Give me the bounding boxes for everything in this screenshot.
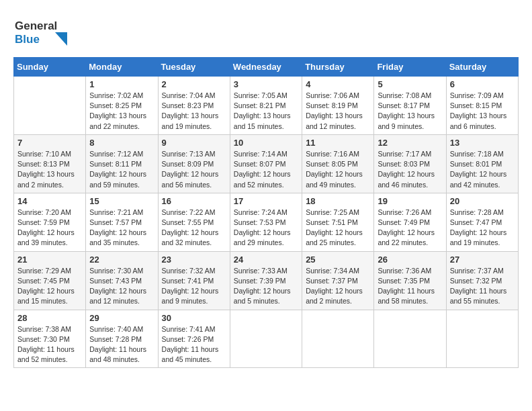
calendar-cell: 8Sunrise: 7:12 AMSunset: 8:11 PMDaylight… xyxy=(86,134,158,193)
calendar-cell: 26Sunrise: 7:36 AMSunset: 7:35 PMDayligh… xyxy=(374,251,446,310)
calendar-cell: 27Sunrise: 7:37 AMSunset: 7:32 PMDayligh… xyxy=(446,251,518,310)
day-number: 26 xyxy=(378,255,442,265)
calendar-cell: 25Sunrise: 7:34 AMSunset: 7:37 PMDayligh… xyxy=(302,251,374,310)
calendar-day-header: Saturday xyxy=(446,58,518,77)
calendar-week-row: 1Sunrise: 7:02 AMSunset: 8:25 PMDaylight… xyxy=(14,77,519,135)
calendar-cell: 16Sunrise: 7:22 AMSunset: 7:55 PMDayligh… xyxy=(158,193,230,251)
day-number: 5 xyxy=(378,79,442,89)
cell-content: Sunrise: 7:28 AMSunset: 7:47 PMDaylight:… xyxy=(450,208,515,248)
calendar-cell: 23Sunrise: 7:32 AMSunset: 7:41 PMDayligh… xyxy=(158,251,230,310)
calendar-week-row: 21Sunrise: 7:29 AMSunset: 7:45 PMDayligh… xyxy=(14,251,519,310)
cell-content: Sunrise: 7:06 AMSunset: 8:19 PMDaylight:… xyxy=(306,91,370,132)
cell-content: Sunrise: 7:36 AMSunset: 7:35 PMDaylight:… xyxy=(378,266,442,307)
cell-content: Sunrise: 7:34 AMSunset: 7:37 PMDaylight:… xyxy=(306,266,370,307)
calendar-cell: 5Sunrise: 7:08 AMSunset: 8:17 PMDaylight… xyxy=(374,77,446,135)
cell-content: Sunrise: 7:33 AMSunset: 7:39 PMDaylight:… xyxy=(234,266,298,307)
day-number: 2 xyxy=(162,79,226,89)
calendar-cell: 11Sunrise: 7:16 AMSunset: 8:05 PMDayligh… xyxy=(302,134,374,193)
day-number: 24 xyxy=(234,255,298,265)
day-number: 15 xyxy=(89,196,154,206)
calendar-cell: 30Sunrise: 7:41 AMSunset: 7:26 PMDayligh… xyxy=(158,310,230,368)
calendar-header-row: SundayMondayTuesdayWednesdayThursdayFrid… xyxy=(14,58,519,77)
calendar-cell: 1Sunrise: 7:02 AMSunset: 8:25 PMDaylight… xyxy=(86,77,158,135)
svg-marker-2 xyxy=(55,32,67,46)
cell-content: Sunrise: 7:32 AMSunset: 7:41 PMDaylight:… xyxy=(162,266,226,307)
calendar-cell: 20Sunrise: 7:28 AMSunset: 7:47 PMDayligh… xyxy=(446,193,518,251)
calendar-cell: 4Sunrise: 7:06 AMSunset: 8:19 PMDaylight… xyxy=(302,77,374,135)
cell-content: Sunrise: 7:29 AMSunset: 7:45 PMDaylight:… xyxy=(17,266,82,307)
calendar-cell: 6Sunrise: 7:09 AMSunset: 8:15 PMDaylight… xyxy=(446,77,518,135)
calendar-table: SundayMondayTuesdayWednesdayThursdayFrid… xyxy=(13,57,519,368)
day-number: 7 xyxy=(17,138,82,148)
calendar-day-header: Friday xyxy=(374,58,446,77)
day-number: 20 xyxy=(450,196,515,206)
calendar-cell: 15Sunrise: 7:21 AMSunset: 7:57 PMDayligh… xyxy=(86,193,158,251)
day-number: 4 xyxy=(306,79,370,89)
cell-content: Sunrise: 7:12 AMSunset: 8:11 PMDaylight:… xyxy=(89,149,154,190)
cell-content: Sunrise: 7:14 AMSunset: 8:07 PMDaylight:… xyxy=(234,149,298,190)
cell-content: Sunrise: 7:08 AMSunset: 8:17 PMDaylight:… xyxy=(378,91,442,132)
calendar-cell: 28Sunrise: 7:38 AMSunset: 7:30 PMDayligh… xyxy=(14,310,86,368)
day-number: 29 xyxy=(89,313,154,323)
cell-content: Sunrise: 7:24 AMSunset: 7:53 PMDaylight:… xyxy=(234,208,298,248)
day-number: 30 xyxy=(162,313,226,323)
calendar-day-header: Tuesday xyxy=(158,58,230,77)
day-number: 8 xyxy=(89,138,154,148)
calendar-cell: 14Sunrise: 7:20 AMSunset: 7:59 PMDayligh… xyxy=(14,193,86,251)
logo-image: General Blue xyxy=(13,13,74,50)
cell-content: Sunrise: 7:22 AMSunset: 7:55 PMDaylight:… xyxy=(162,208,226,248)
day-number: 22 xyxy=(89,255,154,265)
calendar-cell: 3Sunrise: 7:05 AMSunset: 8:21 PMDaylight… xyxy=(230,77,302,135)
cell-content: Sunrise: 7:41 AMSunset: 7:26 PMDaylight:… xyxy=(162,324,226,365)
day-number: 28 xyxy=(17,313,82,323)
calendar-cell xyxy=(14,77,86,135)
calendar-day-header: Wednesday xyxy=(230,58,302,77)
day-number: 16 xyxy=(162,196,226,206)
day-number: 27 xyxy=(450,255,515,265)
calendar-day-header: Monday xyxy=(86,58,158,77)
cell-content: Sunrise: 7:05 AMSunset: 8:21 PMDaylight:… xyxy=(234,91,298,132)
calendar-cell: 18Sunrise: 7:25 AMSunset: 7:51 PMDayligh… xyxy=(302,193,374,251)
cell-content: Sunrise: 7:02 AMSunset: 8:25 PMDaylight:… xyxy=(89,91,154,132)
day-number: 6 xyxy=(450,79,515,89)
calendar-cell: 21Sunrise: 7:29 AMSunset: 7:45 PMDayligh… xyxy=(14,251,86,310)
cell-content: Sunrise: 7:20 AMSunset: 7:59 PMDaylight:… xyxy=(17,208,82,248)
day-number: 17 xyxy=(234,196,298,206)
calendar-cell: 19Sunrise: 7:26 AMSunset: 7:49 PMDayligh… xyxy=(374,193,446,251)
calendar-cell: 17Sunrise: 7:24 AMSunset: 7:53 PMDayligh… xyxy=(230,193,302,251)
calendar-day-header: Thursday xyxy=(302,58,374,77)
day-number: 19 xyxy=(378,196,442,206)
calendar-cell: 12Sunrise: 7:17 AMSunset: 8:03 PMDayligh… xyxy=(374,134,446,193)
logo: General Blue xyxy=(13,13,74,50)
day-number: 23 xyxy=(162,255,226,265)
cell-content: Sunrise: 7:16 AMSunset: 8:05 PMDaylight:… xyxy=(306,149,370,190)
calendar-cell xyxy=(230,310,302,368)
calendar-week-row: 14Sunrise: 7:20 AMSunset: 7:59 PMDayligh… xyxy=(14,193,519,251)
day-number: 1 xyxy=(89,79,154,89)
cell-content: Sunrise: 7:38 AMSunset: 7:30 PMDaylight:… xyxy=(17,324,82,365)
calendar-cell: 29Sunrise: 7:40 AMSunset: 7:28 PMDayligh… xyxy=(86,310,158,368)
calendar-week-row: 7Sunrise: 7:10 AMSunset: 8:13 PMDaylight… xyxy=(14,134,519,193)
svg-text:Blue: Blue xyxy=(15,33,40,46)
cell-content: Sunrise: 7:10 AMSunset: 8:13 PMDaylight:… xyxy=(17,149,82,190)
calendar-cell: 10Sunrise: 7:14 AMSunset: 8:07 PMDayligh… xyxy=(230,134,302,193)
cell-content: Sunrise: 7:18 AMSunset: 8:01 PMDaylight:… xyxy=(450,149,515,190)
calendar-cell: 9Sunrise: 7:13 AMSunset: 8:09 PMDaylight… xyxy=(158,134,230,193)
svg-text:General: General xyxy=(15,19,57,32)
cell-content: Sunrise: 7:04 AMSunset: 8:23 PMDaylight:… xyxy=(162,91,226,132)
calendar-cell: 13Sunrise: 7:18 AMSunset: 8:01 PMDayligh… xyxy=(446,134,518,193)
day-number: 25 xyxy=(306,255,370,265)
calendar-cell xyxy=(302,310,374,368)
calendar-cell xyxy=(446,310,518,368)
day-number: 3 xyxy=(234,79,298,89)
cell-content: Sunrise: 7:30 AMSunset: 7:43 PMDaylight:… xyxy=(89,266,154,307)
calendar-cell: 2Sunrise: 7:04 AMSunset: 8:23 PMDaylight… xyxy=(158,77,230,135)
calendar-cell: 7Sunrise: 7:10 AMSunset: 8:13 PMDaylight… xyxy=(14,134,86,193)
day-number: 21 xyxy=(17,255,82,265)
cell-content: Sunrise: 7:13 AMSunset: 8:09 PMDaylight:… xyxy=(162,149,226,190)
day-number: 13 xyxy=(450,138,515,148)
cell-content: Sunrise: 7:09 AMSunset: 8:15 PMDaylight:… xyxy=(450,91,515,132)
day-number: 12 xyxy=(378,138,442,148)
cell-content: Sunrise: 7:26 AMSunset: 7:49 PMDaylight:… xyxy=(378,208,442,248)
calendar-cell: 24Sunrise: 7:33 AMSunset: 7:39 PMDayligh… xyxy=(230,251,302,310)
